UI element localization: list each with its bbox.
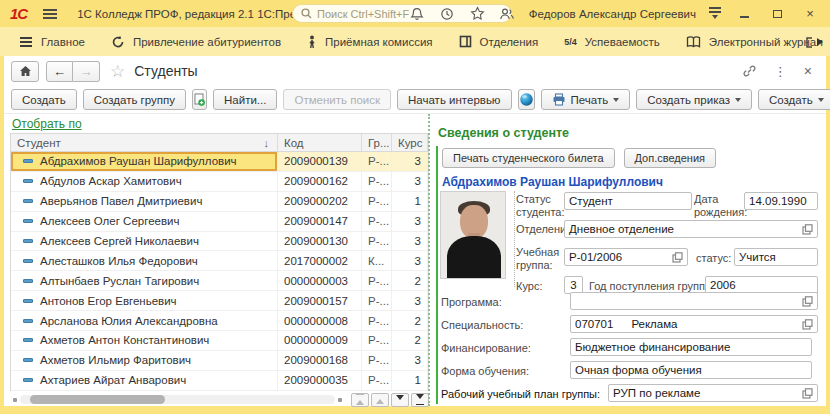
student-name-cell: Абдулов Аскар Хамитович (40, 175, 182, 187)
go-first-button[interactable] (351, 393, 369, 407)
find-button[interactable]: Найти... (213, 89, 277, 110)
plan-field[interactable]: РУП по рекламе (608, 384, 818, 402)
student-row[interactable]: Алесташков Илья Федорович2017000002К...3 (11, 251, 428, 271)
section-dept[interactable]: Отделения (446, 27, 552, 56)
student-code-cell: 0000000008 (278, 311, 362, 330)
sections-panel: ГлавноеПривлечение абитуриентовПриёмная … (0, 27, 830, 56)
program-field[interactable] (570, 292, 818, 310)
specialty-open-icon[interactable] (802, 319, 813, 330)
add-favorite-star-icon[interactable]: ☆ (110, 61, 125, 82)
copy-item-button[interactable] (192, 89, 207, 110)
student-course-cell: 3 (392, 291, 428, 310)
student-course-cell: 1 (392, 371, 428, 390)
minimize-button[interactable] (734, 5, 754, 23)
birth-field[interactable]: 14.09.1990 (744, 192, 818, 210)
program-open-icon[interactable] (802, 296, 813, 307)
panes-splitter[interactable] (428, 114, 430, 406)
student-name-cell: Ахметов Антон Константинович (40, 334, 209, 346)
hscroll-track[interactable] (20, 395, 335, 404)
details-group: Печать студенческого билета Доп.сведения… (436, 146, 822, 404)
close-app-button[interactable]: × (800, 5, 820, 23)
form-header: ← → ☆ Студенты ⋮ × (4, 56, 826, 86)
go-next-button[interactable] (391, 393, 409, 407)
student-row[interactable]: Абдрахимов Раушан Шарифуллович2009000139… (11, 152, 428, 172)
web-globe-button[interactable] (518, 89, 535, 110)
home-button[interactable] (11, 61, 39, 82)
list-item-icon (23, 199, 33, 203)
department-open-icon[interactable] (802, 224, 813, 235)
go-last-button[interactable] (411, 393, 429, 407)
student-course-cell: 2 (392, 311, 428, 330)
student-row[interactable]: Ахметов Ильмир Фаритович2009000168Р-...3 (11, 351, 428, 371)
column-code[interactable]: Код (278, 134, 362, 151)
get-link-icon[interactable] (742, 64, 757, 78)
group-status-field[interactable]: Учится (734, 248, 818, 266)
list-item-icon (23, 299, 33, 303)
table-hscroll (10, 393, 429, 406)
go-prev-button[interactable] (371, 393, 389, 407)
notifications-bell-icon[interactable] (409, 5, 426, 22)
student-code-cell: 2009000202 (278, 192, 362, 211)
student-row[interactable]: Аверьянов Павел Дмитриевич2009000202Р-..… (11, 192, 428, 212)
interface-settings-icon[interactable] (709, 5, 721, 21)
history-icon[interactable] (439, 5, 456, 22)
create-group-button[interactable]: Создать группу (83, 89, 186, 110)
group-field[interactable]: Р-01/2006 (564, 248, 688, 266)
plan-open-icon[interactable] (802, 388, 813, 399)
print-button[interactable]: Печать (541, 89, 631, 110)
discussions-users-icon[interactable] (499, 5, 516, 22)
filter-by-link[interactable]: Отобрать по (12, 117, 82, 131)
create-dropdown-button[interactable]: Создать (758, 89, 830, 110)
student-row[interactable]: Алексеев Сергей Николаевич2009000130Р-..… (11, 232, 428, 252)
student-row[interactable]: Алтынбаев Руслан Тагирович0000000003Р-..… (11, 271, 428, 291)
cancel-search-button[interactable]: Отменить поиск (283, 89, 391, 110)
hscroll-thumb[interactable] (30, 395, 165, 404)
status-field[interactable]: Студент (564, 192, 692, 210)
create-order-button[interactable]: Создать приказ (636, 89, 752, 110)
section-person[interactable]: Приёмная комиссия (294, 27, 446, 56)
student-row[interactable]: Ахтариев Айрат Анварович2009000035Р-...1 (11, 371, 428, 391)
student-name-cell: Аверьянов Павел Дмитриевич (40, 195, 202, 207)
department-field[interactable]: Дневное отделение (564, 220, 818, 238)
scroll-right-icon[interactable] (338, 398, 342, 402)
student-photo (440, 191, 506, 279)
print-student-card-button[interactable]: Печать студенческого билета (442, 148, 615, 168)
section-refresh[interactable]: Привлечение абитуриентов (98, 27, 294, 56)
more-menu-icon[interactable]: ⋮ (774, 64, 787, 79)
student-row[interactable]: Арсланова Юлия Александровна0000000008Р-… (11, 311, 428, 331)
student-name-cell: Алексеев Олег Сергеевич (40, 215, 179, 227)
extra-info-button[interactable]: Доп.сведения (624, 148, 717, 168)
student-row[interactable]: Ахметов Антон Константинович0000000009Р-… (11, 331, 428, 351)
financing-field[interactable]: Бюджетное финансирование (570, 338, 812, 356)
birth-label: Дата рождения: (694, 193, 748, 218)
scroll-left-icon[interactable] (13, 398, 17, 402)
section-grade[interactable]: 5/4Успеваемость (551, 27, 673, 56)
column-group[interactable]: Гр... (362, 134, 392, 151)
search-icon (301, 8, 312, 19)
back-button[interactable]: ← (46, 61, 73, 82)
column-course[interactable]: Курс (392, 134, 428, 151)
section-main[interactable]: Главное (6, 27, 98, 56)
sections-scroll-right-icon[interactable] (817, 38, 827, 46)
start-interview-button[interactable]: Начать интервью (397, 89, 511, 110)
student-name-link[interactable]: Абдрахимов Раушан Шарифуллович (442, 175, 663, 189)
maximize-button[interactable] (767, 5, 787, 23)
student-code-cell: 0000000003 (278, 271, 362, 290)
column-student[interactable]: Студент↓ (11, 134, 278, 151)
current-user-name[interactable]: Федоров Александр Сергеевич (529, 8, 696, 20)
student-row[interactable]: Абдулов Аскар Хамитович2009000162Р-...3 (11, 172, 428, 192)
student-row[interactable]: Алексеев Олег Сергеевич2009000147Р-...3 (11, 212, 428, 232)
edu-form-field[interactable]: Очная форма обучения (570, 361, 812, 379)
students-form: ← → ☆ Студенты ⋮ × Создать Создать групп… (4, 56, 826, 406)
group-open-icon[interactable] (672, 252, 683, 263)
student-row[interactable]: Антонов Егор Евгеньевич2009000157Р-...3 (11, 291, 428, 311)
section-label: Отделения (480, 36, 539, 48)
create-button[interactable]: Создать (11, 89, 77, 110)
favorites-star-icon[interactable] (469, 5, 486, 22)
specialty-field[interactable]: 070701Реклама (570, 315, 818, 333)
forward-button[interactable]: → (73, 61, 100, 82)
table-header: Студент↓ Код Гр... Курс (11, 134, 428, 152)
close-form-icon[interactable]: × (804, 63, 812, 79)
plan-label: Рабочий учебный план группы: (441, 388, 600, 401)
main-menu-icon[interactable] (43, 9, 57, 19)
